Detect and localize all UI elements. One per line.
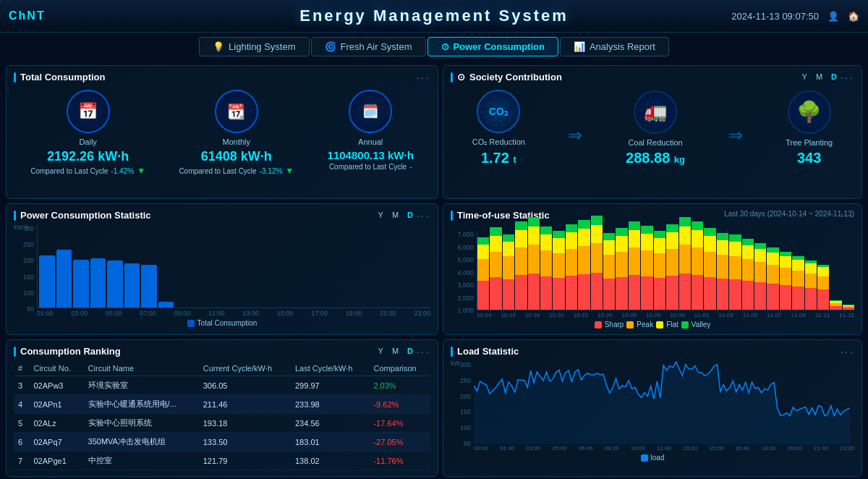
tou-bar-seg xyxy=(591,273,603,310)
col-rank: # xyxy=(14,361,29,376)
load-legend-dot xyxy=(641,454,648,462)
tou-bar-group xyxy=(805,260,817,310)
tab-freshair[interactable]: 🌀 Fresh Air System xyxy=(311,37,426,56)
table-row: 602APq7350MVA冲击发电机组133.50183.01-27.05% xyxy=(14,433,430,452)
monthly-trend-icon: ▼ xyxy=(285,166,294,176)
consumption-grid: 📅 Daily 2192.26 kW·h Compared to Last Cy… xyxy=(14,90,430,176)
tou-bar-seg xyxy=(515,230,527,247)
tou-bar-seg xyxy=(641,276,652,310)
tou-bar-seg xyxy=(742,245,754,259)
tou-bar-group xyxy=(540,226,552,310)
tou-bar-chart xyxy=(477,231,854,310)
tou-bar-group xyxy=(616,228,627,310)
power-bar xyxy=(124,263,140,308)
freshair-icon: 🌀 xyxy=(325,41,336,52)
tab-analysis[interactable]: 📊 Analysis Report xyxy=(560,37,669,56)
total-consumption-panel: Total Consumption ··· 📅 Daily 2192.26 kW… xyxy=(6,65,438,199)
tou-bar-group xyxy=(641,226,652,310)
tou-bar-seg xyxy=(817,276,829,289)
tree-icon: 🌳 xyxy=(788,90,831,134)
tou-bar-seg xyxy=(603,279,615,310)
tou-bar-seg xyxy=(817,289,829,310)
tou-bar-seg xyxy=(566,276,577,310)
tou-bar-group xyxy=(843,305,854,310)
power-m-btn[interactable]: M xyxy=(389,210,401,220)
tou-bar-seg xyxy=(490,277,501,310)
tou-legend-flat-dot xyxy=(656,321,663,328)
tou-bar-seg xyxy=(603,255,615,279)
arrow-right-2: ⇒ xyxy=(728,125,743,145)
coal-value: 288.88 kg xyxy=(626,150,685,166)
tou-bar-seg xyxy=(540,226,552,234)
ranking-d-btn[interactable]: D xyxy=(404,346,416,356)
tou-bar-seg xyxy=(780,285,791,310)
tou-bar-seg xyxy=(515,221,527,230)
power-d-btn[interactable]: D xyxy=(404,210,416,220)
tree-item: 🌳 Tree Planting 343 xyxy=(786,90,833,166)
tab-analysis-label: Analysis Report xyxy=(590,41,655,52)
tou-bar-seg xyxy=(578,246,590,274)
daily-trend-icon: ▼ xyxy=(137,166,145,176)
tou-bar-seg xyxy=(503,242,514,256)
tab-power-label: Power Consumption xyxy=(454,41,545,52)
tou-bar-seg xyxy=(805,274,817,288)
society-y-btn[interactable]: Y xyxy=(799,72,810,82)
power-y-axis: 300 250 200 150 100 50 xyxy=(14,225,34,313)
tou-bar-seg xyxy=(553,253,564,278)
load-panel: Load Statistic ··· 300 250 200 150 100 5… xyxy=(443,339,862,477)
tou-bar-seg xyxy=(553,278,564,310)
tou-bar-group xyxy=(679,217,691,310)
tou-bar-group xyxy=(729,234,741,310)
tou-bar-seg xyxy=(477,237,489,245)
monthly-icon: 📆 xyxy=(215,90,258,133)
tou-bar-seg xyxy=(666,249,678,276)
tou-bar-group xyxy=(591,216,603,310)
tou-bar-seg xyxy=(578,220,590,229)
ranking-m-btn[interactable]: M xyxy=(389,346,401,356)
ranking-panel: Consumption Ranking ··· Y M D # Circuit … xyxy=(6,339,438,477)
annual-compare-label: Compared to Last Cycle xyxy=(329,163,407,171)
col-compare: Comparison xyxy=(369,361,430,376)
tou-bar-seg xyxy=(629,221,640,230)
tou-bar-seg xyxy=(629,275,640,310)
tou-legend-sharp: Sharp xyxy=(605,321,624,328)
society-title-icon: ⊙ xyxy=(457,72,465,82)
tou-legend-peak-dot xyxy=(626,321,634,328)
tou-bar-seg xyxy=(717,240,728,255)
tou-bar-group xyxy=(654,231,665,310)
tou-bar-seg xyxy=(666,276,678,310)
tou-bar-group xyxy=(754,243,766,310)
daily-compare-pct: -1.42% xyxy=(111,167,134,175)
tou-bar-seg xyxy=(616,277,627,310)
panel-dots-load: ··· xyxy=(841,346,854,359)
tou-bar-seg xyxy=(742,259,754,281)
co2-item: CO₂ CO₂ Reduction 1.72 t xyxy=(472,90,525,166)
tou-bar-group xyxy=(767,247,778,310)
col-name: Circuit Name xyxy=(84,361,199,376)
tou-legend-sharp-dot xyxy=(595,321,602,328)
user-icon[interactable]: 👤 xyxy=(827,11,839,22)
col-circuit: Circuit No. xyxy=(29,361,83,376)
society-d-btn[interactable]: D xyxy=(828,72,840,82)
society-m-btn[interactable]: M xyxy=(813,72,825,82)
tou-y-axis: 7,000 6,000 5,000 4,000 3,000 2,000 1,00… xyxy=(451,231,474,314)
tab-power[interactable]: ⊙ Power Consumption xyxy=(427,37,558,56)
tou-bar-group xyxy=(817,265,829,310)
power-statistic-title: Power Consumption Statistic xyxy=(14,210,430,221)
tree-value: 343 xyxy=(786,150,833,166)
col-last: Last Cycle/kW·h xyxy=(291,361,369,376)
nav-bar: 💡 Lighting System 🌀 Fresh Air System ⊙ P… xyxy=(0,33,868,61)
tou-bar-seg xyxy=(830,306,841,310)
tou-legend-valley-dot xyxy=(681,321,689,328)
home-icon[interactable]: 🏠 xyxy=(848,11,859,22)
tab-lighting[interactable]: 💡 Lighting System xyxy=(199,37,310,56)
monthly-compare: Compared to Last Cycle -3.12% ▼ xyxy=(179,166,294,176)
power-chart-container: 300 250 200 150 100 50 kW·h 01:0003:0005… xyxy=(14,225,430,327)
tou-bar-seg xyxy=(742,281,754,310)
tou-bar-seg xyxy=(767,253,778,265)
ranking-y-btn[interactable]: Y xyxy=(375,346,386,356)
tou-bar-seg xyxy=(528,226,540,245)
tou-bar-seg xyxy=(729,256,741,279)
power-y-btn[interactable]: Y xyxy=(375,210,386,220)
tou-bar-group xyxy=(692,221,703,310)
